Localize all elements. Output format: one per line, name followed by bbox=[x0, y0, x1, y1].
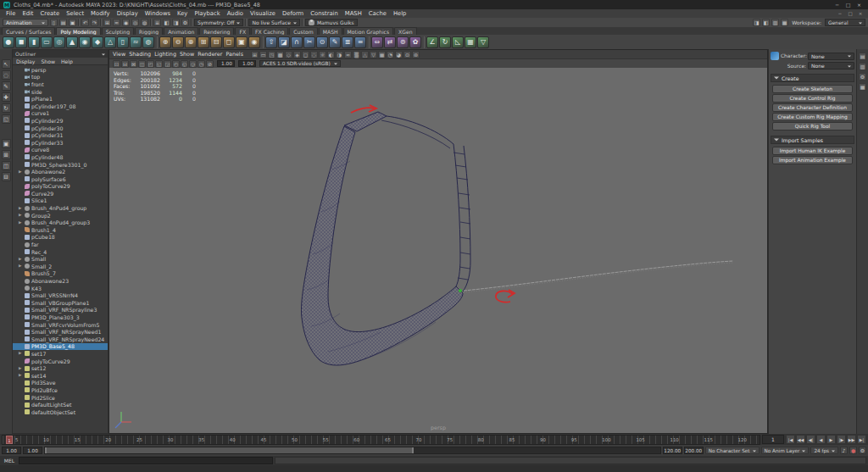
attribute-editor-tab-icon[interactable]: ▥ bbox=[859, 63, 866, 70]
prev-key-button[interactable]: ◀◀ bbox=[796, 435, 805, 444]
fps-dropdown[interactable]: 24 fps bbox=[810, 447, 838, 454]
import-samples-section-header[interactable]: Import Samples bbox=[771, 136, 854, 144]
menu-item[interactable]: Audio bbox=[224, 10, 247, 17]
poly-torus-icon[interactable]: ◎ bbox=[53, 36, 65, 48]
outliner-row[interactable]: ▶ Small_VRF_NRSprayNeed1 bbox=[13, 328, 108, 336]
animation-start-field[interactable]: 1.00 bbox=[2, 447, 21, 454]
outliner-row[interactable]: ▶ PM3D_Base5_48 bbox=[13, 343, 108, 351]
boolean-union-icon[interactable]: ⊕ bbox=[159, 36, 171, 48]
camera-attrs-icon[interactable]: ◰ bbox=[147, 60, 154, 68]
symmetrize-icon[interactable]: ⇄ bbox=[384, 36, 396, 48]
outliner-row[interactable]: ▶ polyToCurve29 bbox=[13, 183, 108, 191]
outliner-row[interactable]: ▶ Brush5_7 bbox=[13, 270, 108, 278]
bridge-icon[interactable]: ∩ bbox=[291, 36, 303, 48]
outliner-row[interactable]: ▶ curve8 bbox=[13, 147, 108, 154]
shelf-tab[interactable]: MASH bbox=[319, 27, 342, 35]
outliner-row[interactable]: ▶ set14 bbox=[13, 372, 108, 380]
shelf-tab[interactable]: Curves / Surfaces bbox=[2, 27, 55, 35]
shelf-tab[interactable]: XGen bbox=[394, 27, 417, 35]
clock-b-icon[interactable]: ◵ bbox=[181, 60, 188, 68]
current-time-field[interactable]: 1 bbox=[762, 435, 784, 444]
shadows-icon[interactable]: ◐ bbox=[327, 51, 335, 58]
step-forward-button[interactable]: |▶ bbox=[837, 435, 846, 444]
shelf-tab[interactable]: Sculpting bbox=[102, 27, 134, 35]
outliner-row[interactable]: ▶ set12 bbox=[13, 364, 108, 372]
outliner-row[interactable]: ▶ Brush_4nPud4_group bbox=[13, 204, 108, 212]
shelf-tab[interactable]: Motion Graphics bbox=[343, 27, 394, 35]
make-live-icon[interactable]: ◍ bbox=[141, 19, 148, 26]
outliner-row[interactable]: ▶ front bbox=[13, 81, 108, 88]
character-action-button[interactable]: Create Skeleton bbox=[772, 85, 853, 93]
outliner-row[interactable]: ▶ Small_VRF_NRSprayline3 bbox=[13, 307, 108, 314]
gate-mask-icon[interactable]: ▩ bbox=[276, 51, 284, 58]
menu-item[interactable]: Help bbox=[390, 10, 410, 17]
reduce-icon[interactable]: ▽ bbox=[477, 36, 489, 48]
character-action-button[interactable]: Create Control Rig bbox=[772, 94, 853, 103]
outliner-row[interactable]: ▶ Small bbox=[13, 255, 108, 263]
outliner-row[interactable]: ▶ pCylinder29 bbox=[13, 117, 108, 125]
extrude-icon[interactable]: ⇧ bbox=[265, 36, 277, 48]
clock-a-icon[interactable]: ◴ bbox=[172, 60, 180, 68]
outliner-row[interactable]: ▶ persp bbox=[13, 66, 108, 74]
outliner-menu-item[interactable]: Help bbox=[61, 58, 73, 64]
viewport-menu-item[interactable]: Shading bbox=[129, 51, 151, 58]
go-to-end-button[interactable]: ▶| bbox=[857, 435, 866, 444]
clock-d-icon[interactable]: ◷ bbox=[198, 60, 205, 68]
expand-arrow-icon[interactable]: ▶ bbox=[19, 219, 23, 226]
open-scene-icon[interactable]: ▤ bbox=[59, 19, 67, 26]
scene-render-icon[interactable]: ⊟ bbox=[121, 60, 129, 68]
no-lights-icon[interactable]: ⊘ bbox=[206, 60, 214, 68]
target-weld-icon[interactable]: ⊙ bbox=[316, 36, 328, 48]
poly-sphere-icon[interactable]: ● bbox=[3, 36, 14, 48]
outliner-row[interactable]: ▶ Slice1 bbox=[13, 197, 108, 205]
menu-item[interactable]: File bbox=[3, 10, 19, 17]
poly-pipe-icon[interactable]: ▯ bbox=[117, 36, 129, 48]
outliner-row[interactable]: ▶ Brush1_4 bbox=[13, 226, 108, 234]
panel-menu-icon[interactable] bbox=[102, 50, 105, 58]
outliner-menu-item[interactable]: Display bbox=[16, 58, 35, 64]
hud-toggle-icon[interactable]: ⊚ bbox=[412, 51, 420, 58]
outliner-row[interactable]: ▶ defaultObjectSet bbox=[13, 408, 108, 416]
menu-item[interactable]: Display bbox=[114, 10, 142, 17]
minimize-button[interactable]: ─ bbox=[832, 2, 843, 8]
outliner-row[interactable]: ▶ Brush_4nPud4_group3 bbox=[13, 219, 108, 226]
range-slider-handle[interactable] bbox=[45, 447, 414, 453]
viewport-menu-item[interactable]: View bbox=[113, 51, 125, 58]
go-to-start-button[interactable]: |◀ bbox=[786, 435, 795, 444]
outliner-row[interactable]: ▶ Group2 bbox=[13, 212, 108, 219]
time-slider[interactable]: 5101520253035404550556065707580859095100… bbox=[2, 435, 760, 445]
expand-arrow-icon[interactable]: ▶ bbox=[19, 169, 23, 175]
snap-point-icon[interactable]: ◉ bbox=[122, 19, 130, 26]
shelf-tab[interactable]: Poly Modeling bbox=[56, 27, 100, 35]
boolean-difference-icon[interactable]: ⊖ bbox=[172, 36, 184, 48]
boolean-intersection-icon[interactable]: ⊗ bbox=[185, 36, 197, 48]
renderer-select-icon[interactable]: ⊡ bbox=[113, 60, 120, 68]
sidebar-channel-box-icon[interactable]: ▥ bbox=[771, 19, 779, 26]
wireframe-on-shaded-icon[interactable]: ▦ bbox=[378, 51, 386, 58]
outliner-row[interactable]: ▶ curve1 bbox=[13, 110, 108, 118]
paint-select-tool[interactable]: ✎ bbox=[2, 81, 11, 91]
viewport-menu-item[interactable]: Panels bbox=[225, 51, 243, 58]
menu-item[interactable]: Deform bbox=[279, 10, 307, 17]
grid-options-icon[interactable]: ◱ bbox=[155, 60, 163, 68]
command-input[interactable] bbox=[19, 457, 273, 464]
shelf-tab[interactable]: Animation bbox=[164, 27, 198, 35]
multi-cut-icon[interactable]: ✂ bbox=[303, 36, 315, 48]
outliner-row[interactable]: ▶ pCube18 bbox=[13, 234, 108, 242]
import-sample-button[interactable]: Import Animation Example bbox=[772, 156, 853, 164]
isolate-select-icon[interactable]: △ bbox=[361, 51, 369, 58]
gamma-field[interactable]: 1.00 bbox=[238, 60, 256, 67]
outliner-row[interactable]: ▶ Small_VRF_NRSprayNeed24 bbox=[13, 336, 108, 343]
use-default-material-icon[interactable]: ◕ bbox=[395, 51, 403, 58]
layout-single-pane[interactable]: ▣ bbox=[2, 139, 11, 148]
playback-start-field[interactable]: 1.00 bbox=[23, 447, 42, 454]
average-vertices-icon[interactable]: ⊚ bbox=[397, 36, 409, 48]
current-frame-marker[interactable]: 1 bbox=[6, 436, 13, 444]
bookmark-icon[interactable]: ◫ bbox=[138, 60, 146, 68]
grid-toggle-icon[interactable]: ⊞ bbox=[251, 51, 259, 58]
viewport-menu-item[interactable]: Lighting bbox=[154, 51, 176, 58]
triangulate-icon[interactable]: ◺ bbox=[452, 36, 464, 48]
quadrangulate-icon[interactable]: ▦ bbox=[465, 36, 476, 48]
motion-blur-icon[interactable]: ≈ bbox=[344, 51, 352, 58]
character-set-dropdown[interactable]: No Character Set bbox=[705, 447, 760, 454]
